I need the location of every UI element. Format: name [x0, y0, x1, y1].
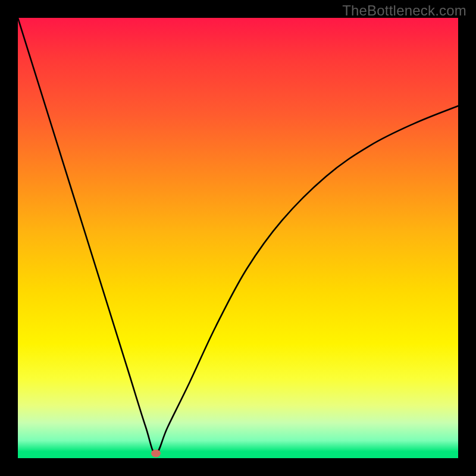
bottleneck-curve: [18, 18, 458, 458]
curve-path: [18, 18, 458, 453]
watermark-text: TheBottleneck.com: [342, 2, 466, 19]
bottleneck-marker: [151, 449, 161, 457]
plot-area: [18, 18, 458, 458]
chart-frame: TheBottleneck.com: [0, 0, 476, 476]
